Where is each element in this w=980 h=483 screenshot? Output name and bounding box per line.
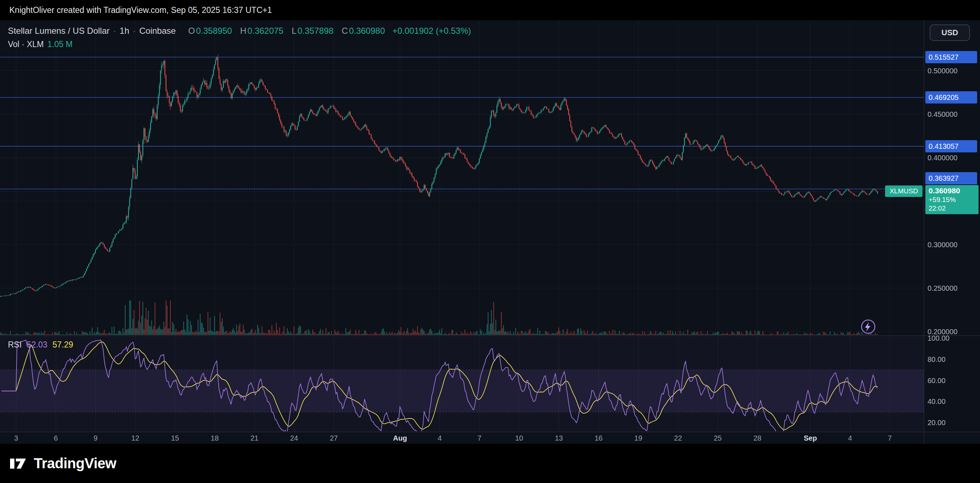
rsi-ma-value: 57.29	[52, 340, 73, 349]
close-value: C0.360980	[342, 26, 385, 36]
volume-value: 1.05 M	[48, 40, 73, 49]
volume-indicator-label[interactable]: Vol · XLM1.05 M	[8, 40, 73, 49]
symbol-title[interactable]: Stellar Lumens / US Dollar	[8, 26, 110, 36]
rsi-band	[0, 370, 924, 412]
last-price-change: +59.15%	[929, 195, 978, 204]
rsi-indicator-label[interactable]: RSI52.0357.29	[8, 340, 73, 350]
attribution-bar: KnightOliver created with TradingView.co…	[0, 0, 980, 20]
footer-bar: TradingView	[0, 444, 980, 483]
chart-region[interactable]: Stellar Lumens / US Dollar·1h·Coinbase O…	[0, 20, 980, 444]
last-price-badge: 0.360980 +59.15% 22:02	[925, 185, 978, 214]
rsi-value: 52.03	[27, 340, 48, 349]
attribution-text: KnightOliver created with TradingView.co…	[10, 5, 272, 15]
price-change: +0.001902 (+0.53%)	[392, 26, 471, 36]
symbol-info-bar: Stellar Lumens / US Dollar·1h·Coinbase O…	[8, 26, 471, 36]
separator-dot: ·	[133, 26, 135, 36]
low-value: L0.357898	[291, 26, 333, 36]
candles-layer[interactable]	[0, 55, 878, 297]
volume-layer	[0, 300, 878, 335]
price-level-lines[interactable]	[0, 57, 924, 189]
price-chart[interactable]	[0, 20, 980, 444]
high-value: H0.362075	[240, 26, 283, 36]
bar-countdown: 22:02	[929, 204, 978, 213]
volume-label: Vol · XLM	[8, 40, 44, 49]
exchange-label[interactable]: Coinbase	[139, 26, 175, 36]
last-price-symbol-tag: XLMUSD	[885, 186, 923, 197]
last-price-value: 0.360980	[929, 186, 978, 195]
separator-dot: ·	[113, 26, 116, 36]
brand-name[interactable]: TradingView	[34, 455, 116, 472]
tradingview-logo-icon[interactable]	[10, 456, 27, 472]
currency-toggle-button[interactable]: USD	[930, 24, 970, 41]
rsi-title: RSI	[8, 340, 22, 349]
open-value: O0.358950	[188, 26, 232, 36]
boost-lightning-icon[interactable]	[860, 318, 877, 335]
interval-label[interactable]: 1h	[120, 26, 129, 36]
